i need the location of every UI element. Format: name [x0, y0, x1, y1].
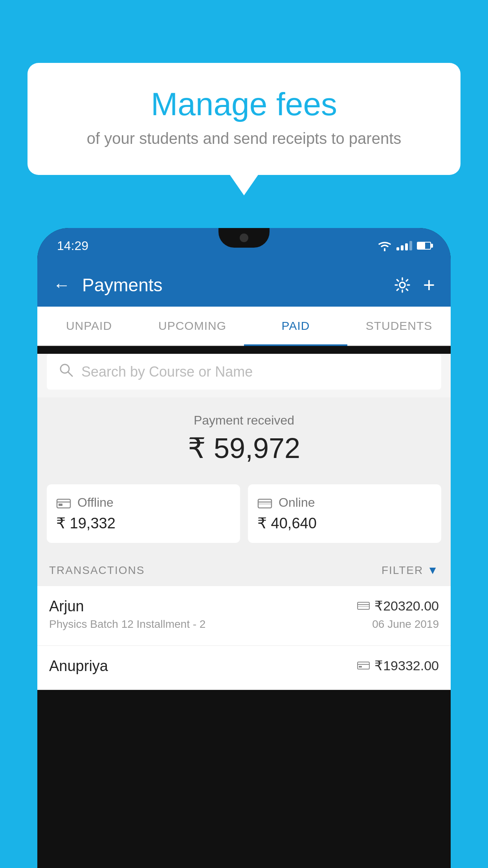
online-card: Online ₹ 40,640: [248, 484, 441, 543]
svg-point-0: [400, 282, 405, 288]
online-payment-icon: [257, 497, 272, 509]
phone-mockup: 14:29 ← Payments: [37, 228, 451, 868]
tab-students[interactable]: STUDENTS: [347, 307, 451, 345]
screen-content: Search by Course or Name Payment receive…: [37, 354, 451, 690]
offline-card: Offline ₹ 19,332: [47, 484, 240, 543]
transaction-course: Physics Batch 12 Installment - 2: [49, 618, 205, 631]
search-icon: [59, 362, 73, 381]
bubble-subtitle: of your students and send receipts to pa…: [47, 130, 441, 147]
online-label: Online: [279, 495, 315, 510]
offline-amount: ₹ 19,332: [56, 515, 231, 532]
battery-icon: [417, 242, 431, 250]
payment-cards: Offline ₹ 19,332 Online ₹ 40,640: [37, 476, 451, 555]
transaction-amount-wrap: ₹20320.00: [357, 598, 439, 614]
table-row[interactable]: Arjun ₹20320.00 Physics Batch 12 Install…: [37, 586, 451, 646]
status-time: 14:29: [57, 239, 88, 253]
payment-summary: Payment received ₹ 59,972: [37, 397, 451, 476]
transaction-row-top: Anupriya ₹19332.00: [49, 658, 439, 675]
gear-icon[interactable]: [393, 276, 411, 294]
card-payment-icon: [357, 601, 370, 611]
svg-rect-9: [358, 602, 369, 609]
app-bar-title: Payments: [82, 274, 382, 296]
transaction-amount-wrap: ₹19332.00: [357, 658, 439, 673]
transaction-name: Arjun: [49, 598, 84, 615]
transaction-row-bottom: Physics Batch 12 Installment - 2 06 June…: [49, 618, 439, 631]
transactions-header: TRANSACTIONS FILTER ▼: [37, 555, 451, 586]
svg-line-2: [68, 372, 72, 376]
back-button[interactable]: ←: [53, 275, 70, 295]
signal-icon: [396, 241, 412, 250]
transaction-row-top: Arjun ₹20320.00: [49, 598, 439, 615]
tab-unpaid[interactable]: UNPAID: [37, 307, 141, 345]
offline-payment-small-icon: [357, 661, 370, 670]
transaction-name: Anupriya: [49, 658, 108, 675]
offline-card-header: Offline: [56, 495, 231, 510]
camera: [240, 234, 248, 242]
online-amount: ₹ 40,640: [257, 515, 432, 532]
payment-total-amount: ₹ 59,972: [49, 432, 439, 465]
svg-rect-14: [359, 666, 362, 668]
transactions-label: TRANSACTIONS: [49, 564, 145, 577]
offline-label: Offline: [77, 495, 114, 510]
tabs-bar: UNPAID UPCOMING PAID STUDENTS: [37, 307, 451, 346]
transaction-amount: ₹19332.00: [374, 658, 439, 673]
tab-paid[interactable]: PAID: [244, 307, 347, 345]
payment-received-label: Payment received: [49, 413, 439, 428]
filter-label: FILTER: [382, 564, 423, 577]
table-row[interactable]: Anupriya ₹19332.00: [37, 646, 451, 690]
wifi-icon: [378, 240, 392, 251]
add-button[interactable]: +: [423, 273, 435, 297]
transaction-amount: ₹20320.00: [374, 598, 439, 614]
status-bar: 14:29: [37, 228, 451, 263]
svg-rect-12: [358, 662, 369, 669]
svg-rect-5: [59, 504, 62, 506]
phone-notch: [218, 228, 270, 248]
online-card-header: Online: [257, 495, 432, 510]
search-bar[interactable]: Search by Course or Name: [47, 354, 441, 390]
app-bar: ← Payments +: [37, 263, 451, 307]
bubble-title: Manage fees: [47, 86, 441, 122]
app-bar-actions: +: [393, 273, 435, 297]
filter-button[interactable]: FILTER ▼: [382, 564, 439, 577]
transaction-date: 06 June 2019: [372, 618, 439, 631]
status-icons: [378, 240, 431, 251]
offline-payment-icon: [56, 497, 71, 509]
tab-upcoming[interactable]: UPCOMING: [141, 307, 244, 345]
svg-rect-6: [258, 499, 272, 508]
search-placeholder: Search by Course or Name: [81, 364, 253, 380]
speech-bubble: Manage fees of your students and send re…: [28, 63, 460, 175]
filter-icon: ▼: [427, 564, 439, 577]
